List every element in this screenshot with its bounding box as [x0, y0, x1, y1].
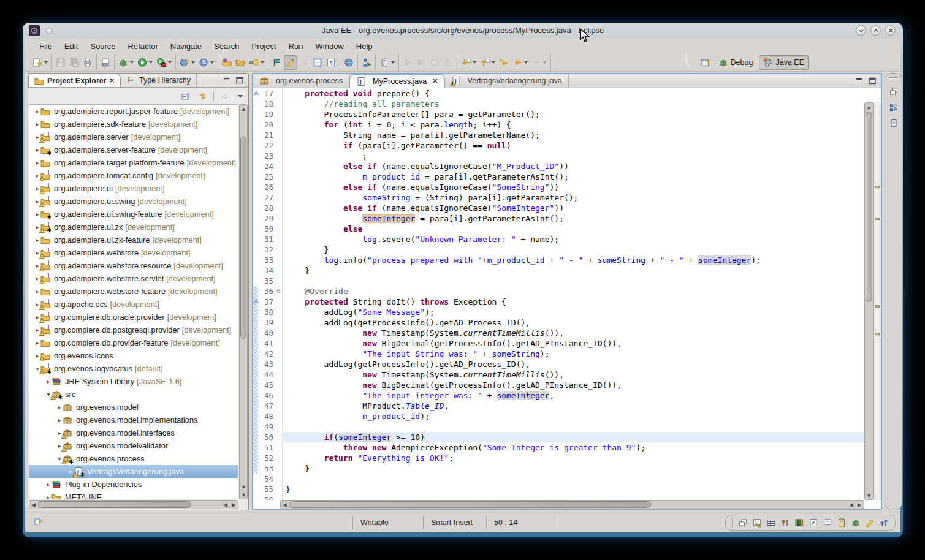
debugbug-button[interactable] — [116, 55, 135, 70]
code-text[interactable]: new BigDecimal(getProcessInfo().getAD_PI… — [283, 338, 864, 349]
code-text[interactable]: "The input integer was: " + someInteger, — [283, 390, 864, 401]
code-line-47[interactable]: 47 MProduct.Table_ID, — [253, 401, 864, 411]
code-line-18[interactable]: 18 //reading all parameters — [253, 99, 864, 109]
fold-column[interactable] — [275, 411, 283, 422]
tree-item[interactable]: ▸Jorg.adempiere.ui.swing[development] — [29, 195, 238, 208]
code-text[interactable]: new Timestamp(System.currentTimeMillis()… — [283, 328, 864, 338]
fold-column[interactable] — [275, 99, 283, 109]
dropdown-arrow-icon[interactable] — [524, 61, 528, 64]
menu-help[interactable]: Help — [351, 40, 378, 53]
filter-icon[interactable] — [780, 518, 790, 528]
dots-button[interactable] — [297, 55, 311, 70]
code-text[interactable]: else if (name.equalsIgnoreCase("M_Produc… — [283, 161, 864, 172]
code-text[interactable]: MProduct.Table_ID, — [283, 401, 864, 411]
dropdown-arrow-icon[interactable] — [473, 61, 476, 64]
code-line-49[interactable]: 49 — [253, 422, 864, 432]
editor-tab-vertragsverlaengerung-java[interactable]: JVertragsVerlaengerung.java — [445, 74, 569, 88]
collapsed-arrow-icon[interactable]: ▸ — [34, 236, 40, 243]
code-line-26[interactable]: 26 else if (name.equalsIgnoreCase("SomeS… — [253, 182, 864, 192]
view-menu-button[interactable] — [235, 89, 246, 104]
code-text[interactable]: else — [283, 224, 864, 234]
fold-column[interactable] — [275, 442, 283, 453]
tree-item[interactable]: ▸org.evenos.model.implementations — [29, 414, 238, 426]
tablegrid-icon[interactable] — [766, 518, 776, 528]
fold-column[interactable] — [275, 130, 283, 140]
explorer-vertical-scrollbar[interactable]: ▲ ▲ ▼ — [239, 104, 248, 499]
flag-button[interactable] — [270, 55, 284, 70]
collapsed-arrow-icon[interactable]: ▸ — [56, 404, 63, 411]
minimize-view-button[interactable] — [222, 75, 232, 85]
fold-column[interactable] — [275, 119, 283, 130]
fold-column[interactable] — [275, 161, 283, 172]
fold-column[interactable] — [275, 88, 283, 99]
tree-item[interactable]: ▸org.adempiere.webstore-feature[developm… — [29, 285, 238, 298]
maximize-view-button[interactable] — [235, 75, 245, 85]
maximize-view-button[interactable] — [867, 76, 877, 86]
imgwarn-icon[interactable] — [752, 518, 762, 528]
tree-item[interactable]: ▸org.evenos.model.interfaces — [29, 426, 238, 439]
tree-item[interactable]: ▸Jorg.adempiere.ui.zk[development] — [29, 221, 238, 233]
code-text[interactable]: @Override — [283, 286, 864, 297]
code-line-29[interactable]: 29 someInteger = para[i].getParameterAsI… — [253, 213, 864, 224]
tree-item[interactable]: ▸org.adempiere.report.jasper-feature[dev… — [29, 105, 238, 118]
collapsed-arrow-icon[interactable]: ▸ — [34, 146, 40, 153]
fold-column[interactable] — [275, 297, 283, 307]
tree-item[interactable]: ▸Jorg.compiere.db.oracle.provider[develo… — [29, 311, 238, 324]
runext-button[interactable] — [154, 55, 173, 70]
tree-item[interactable]: ▸Plug-in Dependencies — [29, 478, 238, 491]
tree-item[interactable]: ▸Jorg.adempiere.webstore.servlet[develop… — [29, 272, 238, 285]
code-line-55[interactable]: 55} — [253, 484, 864, 494]
editor-tab-myprocess-java[interactable]: JMyProcess.java✕ — [349, 74, 444, 88]
code-text[interactable] — [283, 494, 864, 500]
tree-item[interactable]: ▸Jorg.adempiere.webstore[development] — [29, 246, 238, 259]
fold-column[interactable] — [275, 390, 283, 401]
dropdown-arrow-icon[interactable] — [210, 61, 214, 64]
code-text[interactable]: "The input String was: " + someString); — [283, 349, 864, 359]
fwdarrow-button[interactable] — [530, 55, 549, 70]
collapsed-arrow-icon[interactable]: ▸ — [34, 288, 40, 295]
fold-column[interactable] — [275, 317, 283, 328]
fastview-grip[interactable] — [889, 77, 899, 79]
tab-type-hierarchy[interactable]: Type Hierarchy — [121, 74, 197, 87]
code-line-51[interactable]: 51 throw new AdempiereException("Some In… — [253, 442, 864, 453]
code-text[interactable] — [283, 276, 864, 286]
filters-icon[interactable] — [218, 89, 231, 104]
dropdown-arrow-icon[interactable] — [191, 61, 195, 64]
fold-column[interactable] — [275, 463, 283, 474]
code-line-56[interactable]: 56 — [253, 494, 864, 500]
code-text[interactable]: else if (name.equalsIgnoreCase("SomeInte… — [283, 203, 864, 213]
globe-button[interactable] — [342, 55, 356, 70]
webwiz-button[interactable] — [178, 55, 197, 70]
logdoc-icon[interactable] — [809, 518, 818, 528]
tree-item[interactable]: ▸org.evenos.model — [29, 401, 238, 414]
serverbox-button[interactable] — [378, 55, 397, 70]
dropdown-arrow-icon[interactable] — [130, 61, 134, 64]
backarrow-button[interactable] — [511, 55, 530, 70]
updoc-button[interactable] — [478, 55, 497, 70]
overview-ruler[interactable] — [874, 102, 881, 500]
editor-horizontal-scrollbar[interactable]: ◀ ◀ ▶ — [280, 500, 864, 509]
code-text[interactable]: return "Everything is OK!"; — [283, 453, 864, 463]
code-text[interactable]: protected String doIt() throws Exception… — [283, 297, 864, 307]
code-line-34[interactable]: 34 } — [253, 265, 864, 276]
code-line-39[interactable]: 39 addLog(getProcessInfo().getAD_Process… — [253, 317, 864, 328]
code-line-41[interactable]: 41 new BigDecimal(getProcessInfo().getAD… — [253, 338, 864, 349]
menu-source[interactable]: Source — [85, 40, 121, 53]
tab-project-explorer[interactable]: Project Explorer✕ — [28, 74, 121, 87]
code-text[interactable]: //reading all parameters — [283, 99, 864, 109]
fold-column[interactable] — [275, 276, 283, 286]
dropdown-arrow-icon[interactable] — [149, 61, 153, 64]
fold-column[interactable] — [275, 182, 283, 192]
flashlight-button[interactable] — [247, 55, 266, 70]
tree-item[interactable]: ▸Jorg.adempiere.tomcat.config[developmen… — [29, 169, 238, 182]
code-line-45[interactable]: 45 new BigDecimal(getProcessInfo().getAD… — [253, 380, 864, 390]
code-text[interactable]: new Timestamp(System.currentTimeMillis()… — [283, 369, 864, 380]
collapsed-arrow-icon[interactable]: ▸ — [45, 378, 51, 385]
palette-icon[interactable] — [794, 518, 804, 528]
code-line-31[interactable]: 31 log.severe("Unknown Parameter: " + na… — [253, 234, 864, 244]
code-text[interactable]: ProcessInfoParameter[] para = getParamet… — [283, 109, 864, 119]
code-text[interactable]: addLog(getProcessInfo().getAD_Process_ID… — [283, 359, 864, 369]
collapsed-arrow-icon[interactable]: ▸ — [34, 159, 40, 166]
fold-column[interactable] — [275, 369, 283, 380]
menu-edit[interactable]: Edit — [59, 40, 83, 53]
